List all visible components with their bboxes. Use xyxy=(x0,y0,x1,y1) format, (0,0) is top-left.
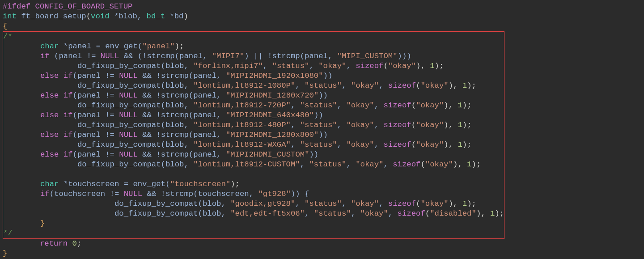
highlight-box: /* char *panel = env_get("panel"); if (p… xyxy=(3,31,504,239)
code-editor: #ifdef CONFIG_OF_BOARD_SETUP int ft_boar… xyxy=(0,0,644,259)
brace-open: { xyxy=(3,22,7,30)
type-int: int xyxy=(3,12,17,21)
comment-open: /* xyxy=(3,32,13,41)
preproc-ifdef: #ifdef xyxy=(3,2,30,11)
fn-name: ft_board_setup xyxy=(17,12,86,21)
macro-name: CONFIG_OF_BOARD_SETUP xyxy=(30,2,132,11)
brace-close: } xyxy=(3,249,7,258)
comment-close: */ xyxy=(3,229,13,238)
return-kw: return xyxy=(40,239,68,248)
